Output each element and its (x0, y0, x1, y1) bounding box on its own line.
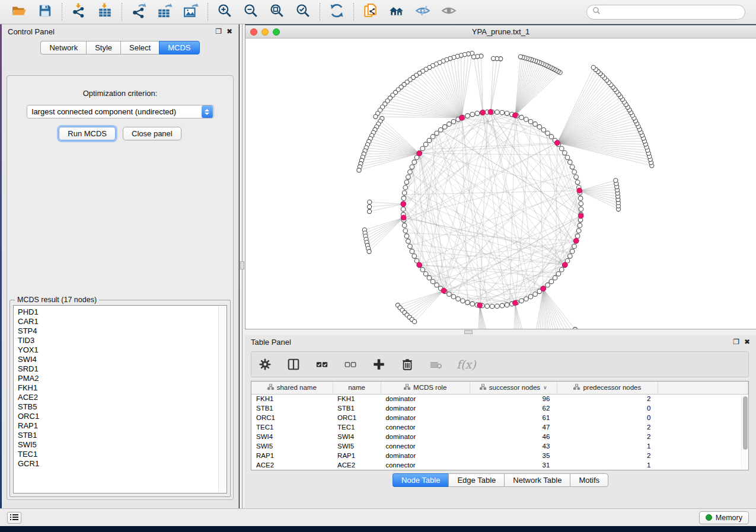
network-node[interactable] (420, 146, 425, 151)
network-node[interactable] (367, 204, 371, 209)
mcds-result-item[interactable]: ORC1 (18, 412, 227, 421)
network-node[interactable] (575, 180, 580, 185)
mcds-node[interactable] (573, 238, 579, 243)
network-node[interactable] (470, 112, 475, 117)
search-box[interactable] (586, 5, 745, 20)
network-node[interactable] (573, 327, 577, 329)
network-node[interactable] (406, 239, 411, 243)
mcds-result-item[interactable]: RAP1 (18, 421, 227, 431)
mcds-node[interactable] (477, 303, 483, 308)
network-node[interactable] (357, 168, 361, 172)
refresh-view-button[interactable] (324, 2, 350, 22)
network-node[interactable] (401, 196, 406, 201)
mcds-node[interactable] (401, 201, 406, 207)
vertical-splitter[interactable] (240, 24, 245, 508)
float-panel-icon[interactable]: ❐ (215, 28, 222, 35)
mcds-result-item[interactable]: TEC1 (18, 450, 227, 459)
table-row[interactable]: ACE2ACE2connector311 (251, 460, 748, 470)
network-node[interactable] (559, 146, 564, 151)
network-node[interactable] (461, 299, 465, 303)
network-node[interactable] (430, 134, 435, 139)
duplicate-network-button[interactable] (358, 2, 384, 22)
mcds-result-item[interactable]: FKH1 (18, 383, 227, 393)
network-node[interactable] (413, 319, 417, 323)
network-node[interactable] (447, 292, 452, 297)
network-node[interactable] (576, 229, 581, 233)
network-node[interactable] (404, 234, 409, 239)
network-node[interactable] (528, 119, 533, 124)
task-history-button[interactable] (7, 512, 21, 524)
network-node[interactable] (567, 160, 572, 165)
column-header-name[interactable]: name (333, 382, 381, 394)
network-node[interactable] (427, 275, 432, 280)
network-node[interactable] (402, 191, 407, 196)
mcds-node[interactable] (541, 286, 546, 291)
export-table-button[interactable] (152, 2, 178, 22)
table-row[interactable]: FKH1FKH1dominator962 (251, 394, 748, 403)
close-panel-icon[interactable]: ✖ (744, 338, 750, 345)
network-node[interactable] (406, 175, 411, 180)
network-node[interactable] (574, 175, 579, 180)
tab-select[interactable]: Select (120, 41, 159, 55)
mcds-result-item[interactable]: GCR1 (18, 459, 227, 469)
network-node[interactable] (408, 244, 413, 249)
column-header-successor-nodes[interactable]: successor nodes∨ (470, 382, 557, 394)
network-node[interactable] (572, 169, 577, 174)
network-node[interactable] (533, 292, 538, 297)
network-node[interactable] (572, 244, 577, 249)
mcds-result-item[interactable]: PHD1 (18, 307, 227, 317)
mcds-result-item[interactable]: SWI4 (18, 355, 227, 364)
add-column-icon[interactable] (371, 357, 387, 372)
network-node[interactable] (570, 165, 575, 169)
mcds-result-item[interactable]: SRD1 (18, 364, 227, 374)
show-columns-icon[interactable] (286, 357, 301, 372)
network-node[interactable] (404, 180, 409, 185)
tab-mcds[interactable]: MCDS (159, 41, 199, 55)
horizontal-splitter[interactable] (245, 329, 756, 335)
network-node[interactable] (500, 303, 505, 308)
sort-caret-icon[interactable]: ∨ (543, 384, 547, 390)
network-node[interactable] (423, 271, 428, 276)
select-all-checkboxes-icon[interactable] (314, 357, 330, 372)
network-node[interactable] (533, 122, 538, 127)
network-node[interactable] (403, 229, 408, 233)
mcds-node[interactable] (512, 300, 518, 306)
network-canvas[interactable] (245, 39, 756, 329)
network-node[interactable] (524, 117, 529, 122)
network-node[interactable] (524, 297, 529, 302)
mcds-node[interactable] (401, 215, 406, 220)
network-node[interactable] (470, 302, 475, 306)
mcds-list-scrollbar[interactable] (218, 306, 226, 492)
table-scrollbar[interactable] (741, 395, 748, 469)
network-node[interactable] (579, 207, 583, 211)
scrollbar-thumb[interactable] (743, 396, 748, 450)
network-node[interactable] (579, 201, 583, 206)
tab-motifs[interactable]: Motifs (570, 473, 608, 487)
run-mcds-button[interactable]: Run MCDS (59, 127, 116, 140)
column-header-mcds-role[interactable]: MCDS role (381, 382, 470, 394)
network-node[interactable] (546, 131, 550, 136)
network-node[interactable] (465, 300, 470, 305)
tab-node-table[interactable]: Node Table (393, 473, 449, 487)
import-table-button[interactable] (92, 2, 118, 22)
network-node[interactable] (553, 275, 557, 280)
tab-edge-table[interactable]: Edge Table (448, 473, 504, 487)
network-node[interactable] (505, 111, 509, 116)
network-node[interactable] (505, 303, 509, 307)
optimization-criterion-dropdown[interactable]: largest connected component (undirected) (27, 105, 214, 118)
mcds-result-item[interactable]: PMA2 (18, 374, 227, 383)
network-node[interactable] (423, 142, 428, 147)
deselect-all-checkboxes-icon[interactable] (343, 357, 358, 372)
network-node[interactable] (500, 110, 505, 115)
network-node[interactable] (456, 297, 461, 302)
network-node[interactable] (495, 304, 500, 309)
network-node[interactable] (465, 114, 470, 118)
network-node[interactable] (549, 134, 554, 139)
network-node[interactable] (408, 169, 413, 174)
network-node[interactable] (471, 55, 476, 59)
mcds-result-item[interactable]: YOX1 (18, 345, 227, 355)
tab-network[interactable]: Network (40, 41, 86, 55)
tab-network-table[interactable]: Network Table (504, 473, 570, 487)
close-panel-icon[interactable]: ✖ (227, 28, 232, 35)
network-node[interactable] (519, 115, 524, 120)
